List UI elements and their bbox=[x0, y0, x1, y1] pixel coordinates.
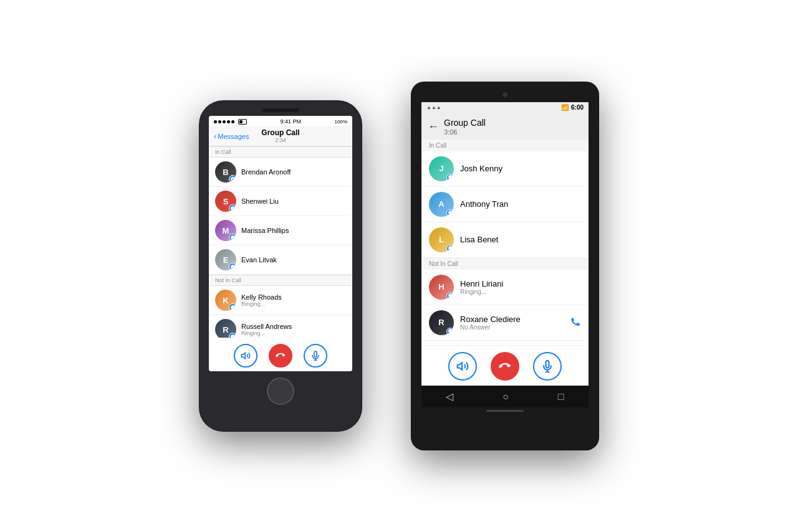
list-item: L Lisa Benet bbox=[421, 222, 589, 258]
iphone-time: 9:41 PM bbox=[281, 118, 302, 125]
avatar: E bbox=[215, 249, 236, 270]
list-item: H Henri Liriani Ringing... bbox=[421, 270, 589, 305]
avatar: B bbox=[215, 161, 236, 183]
avatar: S bbox=[215, 191, 236, 212]
svg-marker-3 bbox=[458, 363, 463, 370]
iphone-speaker bbox=[262, 108, 299, 112]
list-item: E Evan Litvak bbox=[209, 245, 352, 275]
android-call-controls bbox=[421, 345, 589, 386]
android-contact-list: In Call J Josh Kenny A Anthony Tran bbox=[421, 140, 589, 345]
recall-button[interactable] bbox=[570, 316, 581, 330]
avatar: M bbox=[215, 220, 236, 241]
avatar: K bbox=[215, 290, 236, 311]
messenger-badge bbox=[446, 245, 454, 252]
end-call-button[interactable] bbox=[269, 344, 292, 368]
iphone-battery: 100% bbox=[335, 119, 347, 125]
android-speaker-button[interactable] bbox=[448, 352, 477, 381]
avatar: R bbox=[215, 319, 236, 338]
list-item: S Shenwei Liu bbox=[209, 187, 352, 216]
android-system-nav: ◁ ○ □ bbox=[421, 386, 589, 407]
android-back-button[interactable]: ← bbox=[428, 120, 439, 133]
iphone-home-button[interactable] bbox=[267, 378, 294, 405]
messenger-badge bbox=[229, 204, 236, 212]
list-item: R Roxane Clediere No Answer bbox=[421, 305, 589, 341]
list-item: J Josh Kenny bbox=[421, 151, 589, 187]
android-back-nav[interactable]: ◁ bbox=[446, 391, 453, 402]
messenger-badge bbox=[229, 333, 236, 338]
android-camera bbox=[502, 92, 507, 97]
android-not-in-call-header: Not In Call bbox=[421, 258, 589, 270]
list-item: B Brendan Aronoff bbox=[209, 158, 352, 187]
messenger-badge bbox=[446, 292, 454, 300]
list-item: R Russell Andrews Ringing... bbox=[209, 315, 352, 338]
iphone-device: 9:41 PM 100% ‹ Messages Group Call 2:34 … bbox=[200, 101, 362, 431]
android-status-bar: ▲▲▲ 📶 6:00 bbox=[421, 102, 589, 113]
mute-button[interactable] bbox=[304, 344, 327, 368]
iphone-in-call-header: In Call bbox=[209, 146, 352, 158]
signal-dots bbox=[214, 119, 247, 125]
android-nav-bar: ← Group Call 3:06 bbox=[421, 113, 589, 140]
messenger-badge bbox=[229, 303, 236, 311]
messenger-badge bbox=[229, 234, 236, 241]
speaker-button[interactable] bbox=[234, 344, 257, 368]
avatar: J bbox=[429, 156, 454, 181]
android-bottom-bar bbox=[486, 410, 524, 412]
android-device: ▲▲▲ 📶 6:00 ← Group Call 3:06 In Call J bbox=[411, 82, 598, 450]
avatar: R bbox=[429, 310, 454, 335]
iphone-back-button[interactable]: ‹ Messages bbox=[214, 131, 249, 141]
iphone-contact-list: In Call B Brendan Aronoff S Sh bbox=[209, 146, 352, 338]
iphone-not-in-call-header: Not In Call bbox=[209, 275, 352, 286]
messenger-badge bbox=[446, 328, 454, 335]
messenger-badge bbox=[229, 175, 236, 183]
messenger-badge bbox=[446, 209, 454, 217]
android-signal: 📶 bbox=[561, 104, 569, 111]
iphone-nav-bar: ‹ Messages Group Call 2:34 bbox=[209, 126, 352, 146]
android-recent-nav[interactable]: □ bbox=[558, 391, 564, 402]
android-end-call-button[interactable] bbox=[491, 352, 519, 381]
list-item: M Marissa Phillips bbox=[209, 216, 352, 245]
iphone-screen: 9:41 PM 100% ‹ Messages Group Call 2:34 … bbox=[209, 116, 352, 371]
svg-marker-0 bbox=[241, 353, 245, 358]
iphone-status-bar: 9:41 PM 100% bbox=[209, 116, 352, 126]
avatar: H bbox=[429, 275, 454, 300]
avatar: A bbox=[429, 192, 454, 217]
list-item: A Anthony Tran bbox=[421, 187, 589, 222]
messenger-badge bbox=[446, 174, 454, 181]
avatar: L bbox=[429, 227, 454, 252]
iphone-call-controls bbox=[209, 338, 352, 371]
list-item: K Kelly Rhoads Ringing... bbox=[209, 286, 352, 315]
android-time: 6:00 bbox=[571, 104, 584, 111]
android-mute-button[interactable] bbox=[533, 352, 562, 381]
android-screen: ▲▲▲ 📶 6:00 ← Group Call 3:06 In Call J bbox=[421, 102, 589, 407]
android-in-call-header: In Call bbox=[421, 140, 589, 151]
android-home-nav[interactable]: ○ bbox=[502, 391, 509, 402]
messenger-badge bbox=[229, 263, 236, 270]
